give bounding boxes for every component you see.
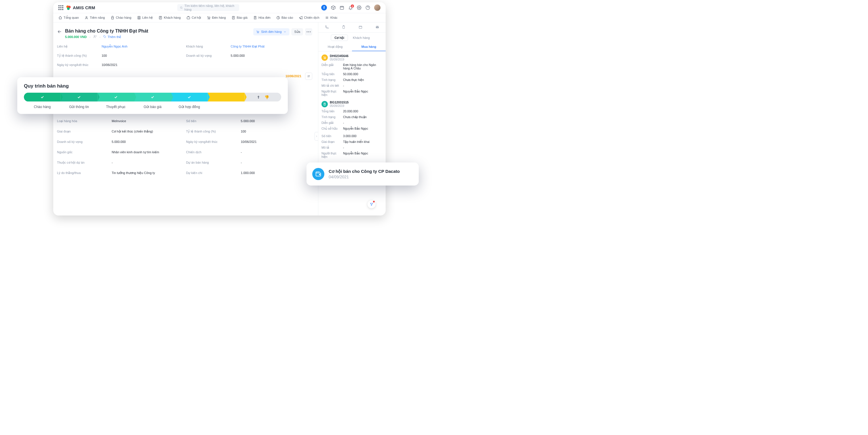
deal-amount: 5.000.000 VND <box>65 35 87 39</box>
nav-co-hoi[interactable]: Cơ hội <box>186 16 201 20</box>
main-content: Bán hàng cho Công ty TNHH Đạt Phát 5.000… <box>53 23 318 215</box>
nav-bao-gia[interactable]: Báo giá <box>232 16 248 20</box>
nav-tong-quan[interactable]: Tổng quan <box>58 16 79 20</box>
apps-grid-icon[interactable] <box>58 5 63 10</box>
wallet-icon <box>312 168 324 180</box>
svg-rect-11 <box>187 17 190 19</box>
svg-point-9 <box>138 17 139 18</box>
chevron-down-icon <box>283 30 287 33</box>
generate-order-button[interactable]: Sinh đơn hàng <box>253 28 289 35</box>
user-avatar[interactable] <box>374 5 380 11</box>
box-icon[interactable] <box>331 5 336 10</box>
brand-name: AMIS CRM <box>73 5 95 10</box>
svg-point-5 <box>359 7 360 8</box>
stage-2[interactable] <box>61 93 98 102</box>
activity-item[interactable]: Số tiền3.000.000Giai đoạnTập huấn triển … <box>321 135 382 159</box>
stage-labels: Chào hàng Gửi thông tin Thuyết phục Gửi … <box>24 105 281 109</box>
gear-icon[interactable] <box>357 5 362 10</box>
svg-point-7 <box>86 17 87 18</box>
side-quick-actions <box>318 23 386 33</box>
stage-6[interactable] <box>208 93 245 102</box>
receipt-icon <box>321 101 328 107</box>
activity-item[interactable]: BG1203151505/09/2019 Tổng tiền20.000.000… <box>321 100 382 130</box>
side-panel: Cơ hội Khách hàng Hoạt động Mua hàng DH0… <box>318 23 386 215</box>
customer-link[interactable]: Công ty TNHH Đạt Phát <box>231 45 313 49</box>
mail-icon[interactable] <box>375 25 379 30</box>
stage-7-lost[interactable]: 👎 <box>244 93 281 102</box>
facebook-icon[interactable]: f <box>321 5 327 11</box>
add-tag-button[interactable]: Thêm thẻ <box>103 35 121 39</box>
more-icon <box>307 31 311 32</box>
brand-logo: AMIS CRM <box>66 5 95 10</box>
bell-icon[interactable]: 2 <box>348 5 353 10</box>
nav-khach-hang[interactable]: Khách hàng <box>159 16 181 20</box>
svg-point-26 <box>325 58 326 59</box>
detail-value: 10/06/2021 <box>241 140 313 144</box>
detail-value: - <box>241 161 313 165</box>
side-subtabs: Hoạt động Mua hàng <box>318 43 386 52</box>
activity-item[interactable]: DH0234564605/09/2019 Diễn giảiĐơn hàng b… <box>321 54 382 97</box>
contact-link[interactable]: Nguyễn Ngọc Anh <box>102 45 183 49</box>
detail-value: MeInvoice <box>112 119 183 123</box>
detail-value: - <box>112 161 183 165</box>
main-nav: Tổng quan Tiềm năng Chào hàng Liên hệ Kh… <box>53 13 386 23</box>
detail-value: 5.000.000 <box>112 140 183 144</box>
detail-value: Nhân viên kinh doanh tự tìm kiếm <box>112 150 183 154</box>
svg-point-12 <box>208 19 209 19</box>
svg-point-25 <box>324 58 324 59</box>
svg-point-19 <box>309 76 310 76</box>
detail-value: Cơ hội kết thúc (chiến thắng) <box>112 129 183 134</box>
nav-bao-cao[interactable]: Báo cáo <box>276 16 293 20</box>
edit-button[interactable]: Sửa <box>291 28 303 35</box>
stage-bar: 👎 <box>24 93 281 102</box>
nav-chao-hang[interactable]: Chào hàng <box>111 16 131 20</box>
more-button[interactable] <box>305 28 312 35</box>
svg-point-13 <box>209 19 210 19</box>
filter-fab-button[interactable] <box>368 200 376 208</box>
top-bar: AMIS CRM Tìm kiếm tiềm năng, liên hệ, kh… <box>53 2 386 13</box>
calendar-small-icon[interactable] <box>359 25 362 30</box>
svg-point-28 <box>319 174 320 175</box>
calendar-icon[interactable] <box>340 5 344 10</box>
svg-rect-23 <box>359 26 362 29</box>
global-search[interactable]: Tìm kiếm tiềm năng, liên hệ, khách hàng <box>177 4 239 11</box>
attention-date: 10/06/2021 <box>285 74 301 78</box>
stage-1[interactable] <box>24 93 61 102</box>
stage-4[interactable] <box>134 93 171 102</box>
stage-5[interactable] <box>171 93 208 102</box>
nav-tiem-nang[interactable]: Tiềm năng <box>85 16 105 20</box>
stage-3[interactable] <box>97 93 134 102</box>
svg-point-2 <box>67 7 70 10</box>
person-add-icon[interactable] <box>93 35 97 39</box>
clipboard-icon[interactable] <box>342 25 345 30</box>
help-icon[interactable] <box>366 5 370 10</box>
logo-mark-icon <box>66 5 71 10</box>
svg-point-16 <box>94 35 95 36</box>
opportunity-toast-card[interactable]: Cơ hội bán cho Công ty CP Dacato 04/09/2… <box>307 163 419 185</box>
detail-value: - <box>241 150 313 154</box>
nav-don-hang[interactable]: Đơn hàng <box>207 16 226 20</box>
nav-hoa-don[interactable]: Hóa đơn <box>253 16 271 20</box>
nav-khac[interactable]: Khác <box>325 16 338 20</box>
top-actions: f 2 <box>321 5 380 11</box>
detail-value: Tin tưởng thương hiệu Công ty <box>112 171 183 175</box>
svg-point-3 <box>181 7 182 8</box>
nav-lien-he[interactable]: Liên hệ <box>137 16 153 20</box>
collapse-sidebar-button[interactable] <box>315 132 318 141</box>
phone-icon[interactable] <box>325 25 329 30</box>
seg-co-hoi[interactable]: Cơ hội <box>331 35 348 41</box>
detail-value: 5.000.000 <box>241 119 313 123</box>
opportunity-date: 04/09/2021 <box>329 175 400 179</box>
side-segment: Cơ hội Khách hàng <box>318 33 386 43</box>
search-placeholder: Tìm kiếm tiềm năng, liên hệ, khách hàng <box>184 4 237 11</box>
filter-fields-button[interactable] <box>305 72 312 80</box>
nav-chien-dich[interactable]: Chiến dịch <box>299 16 319 20</box>
seg-khach-hang[interactable]: Khách hàng <box>349 35 373 41</box>
back-button[interactable] <box>57 29 62 34</box>
detail-value: 100 <box>241 129 313 134</box>
subtab-mua-hang[interactable]: Mua hàng <box>352 43 386 51</box>
activity-list: DH0234564605/09/2019 Diễn giảiĐơn hàng b… <box>318 52 386 165</box>
cart-icon <box>321 54 328 61</box>
notification-badge: 2 <box>351 5 354 8</box>
subtab-hoat-dong[interactable]: Hoạt động <box>318 43 352 51</box>
